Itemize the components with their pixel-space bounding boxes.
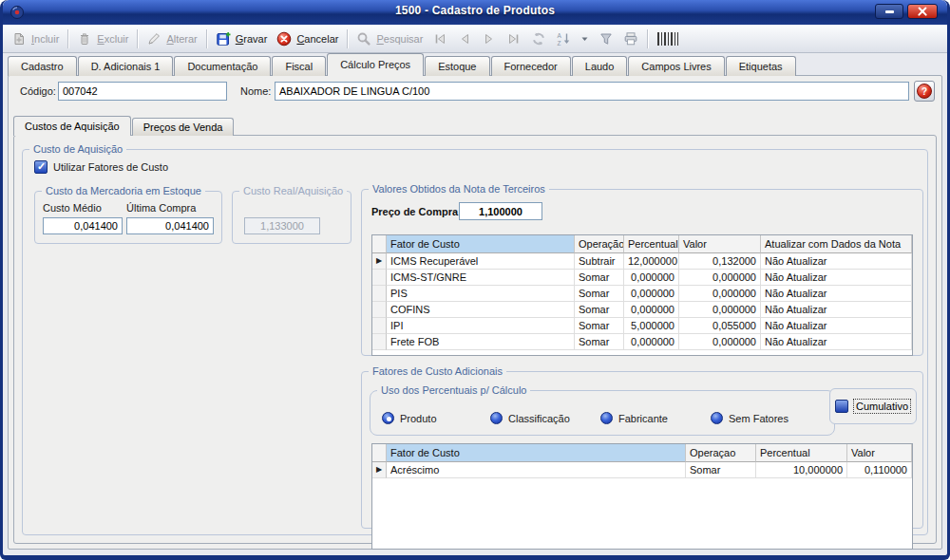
tab-cadastro[interactable]: Cadastro [8, 56, 77, 76]
tab-fiscal[interactable]: Fiscal [272, 56, 326, 76]
codigo-label: Código: [20, 85, 56, 97]
tab-fornecedor[interactable]: Fornecedor [491, 56, 571, 76]
table-row[interactable]: PISSomar0,0000000,000000Não Atualizar [372, 286, 912, 302]
close-button[interactable] [907, 4, 938, 19]
nav-first-icon [432, 31, 447, 47]
row-selector [372, 334, 387, 350]
toolbar-button-caret-down[interactable] [576, 28, 594, 50]
radio-label: Classificação [508, 413, 570, 424]
table-header-row: Fator de CustoOperaçãoPercentualValorAtu… [372, 235, 912, 253]
toolbar-button-alterar[interactable]: Alterar [142, 28, 201, 50]
tab-laudo[interactable]: Laudo [572, 56, 628, 76]
custo-real-input [244, 217, 320, 234]
cell: Somar [686, 462, 756, 478]
window-title: 1500 - Cadastro de Produtos [3, 4, 947, 17]
cell: 0,055000 [679, 318, 761, 334]
group-custo-de-aquisicao-label: Custo de Aquisição [29, 143, 126, 155]
subtab-custos-de-aquisicao[interactable]: Custos de Aquisição [13, 116, 131, 136]
toolbar-button-label: Alterar [166, 33, 197, 45]
cell: Não Atualizar [761, 270, 912, 286]
tab-estoque[interactable]: Estoque [425, 56, 489, 76]
cell: Somar [575, 318, 624, 334]
table-row[interactable]: IPISomar5,0000000,055000Não Atualizar [372, 318, 912, 334]
svg-text:Z: Z [558, 39, 561, 46]
excluir-icon [77, 31, 92, 47]
radio-sem-fatores[interactable]: Sem Fatores [711, 412, 788, 424]
radio-icon [711, 412, 723, 424]
radio-classificacao[interactable]: Classificação [490, 412, 570, 424]
column-header-operacao[interactable]: Operação [575, 235, 624, 253]
row-selector [372, 302, 387, 318]
cell: 0,000000 [679, 270, 761, 286]
column-header-operacao[interactable]: Operaçao [686, 444, 756, 462]
column-header-percentual[interactable]: Percentual [756, 444, 847, 462]
window-client: 1500 - Cadastro de Produtos IncluirExclu… [3, 0, 947, 555]
cell: 10,000000 [756, 462, 847, 478]
table-row[interactable]: ▶ICMS RecuperávelSubtrair12,0000000,1320… [372, 253, 912, 270]
column-header-atualizar-com-dados-da-nota[interactable]: Atualizar com Dados da Nota [761, 235, 912, 253]
toolbar-button-incluir[interactable]: Incluir [7, 28, 64, 50]
cell: Não Atualizar [761, 253, 912, 270]
table-row[interactable]: ICMS-ST/GNRESomar0,0000000,000000Não Atu… [372, 270, 912, 286]
toolbar-button-print[interactable] [618, 28, 643, 50]
radio-label: Sem Fatores [729, 413, 788, 424]
subtab-precos-de-venda[interactable]: Preços de Venda [132, 118, 235, 136]
subtab-page-custos-aquisicao: Custo de Aquisição Utilizar Fatores de C… [13, 135, 937, 544]
cell: Não Atualizar [761, 318, 912, 334]
toolbar-button-filter[interactable] [594, 28, 618, 50]
preco-compra-input[interactable] [459, 202, 542, 220]
toolbar-separator [347, 29, 348, 48]
tab-calculo-precos[interactable]: Cálculo Preços [327, 53, 424, 76]
column-header-percentual[interactable]: Percentual [624, 235, 679, 253]
toolbar-button-sort-az[interactable]: AZ [551, 28, 576, 50]
app-window: 1500 - Cadastro de Produtos IncluirExclu… [0, 0, 950, 560]
toolbar-button-nav-last[interactable] [502, 28, 526, 50]
toolbar-button-nav-prev[interactable] [452, 28, 477, 50]
tab-campos-livres[interactable]: Campos Livres [628, 56, 724, 76]
group-valores-nota-terceiros: Valores Obtidos da Nota de Terceiros Pre… [361, 183, 923, 356]
table-row[interactable]: COFINSSomar0,0000000,000000Não Atualizar [372, 302, 912, 318]
radio-produto[interactable]: Produto [382, 412, 437, 424]
toolbar-button-gravar[interactable]: Gravar [211, 28, 273, 50]
custo-medio-input[interactable] [43, 217, 123, 234]
column-header-valor[interactable]: Valor [679, 235, 761, 253]
subtab-bar: Custos de AquisiçãoPreços de Venda [13, 116, 235, 136]
cell: Somar [575, 334, 624, 350]
cell: 5,000000 [624, 318, 679, 334]
preco-compra-label: Preço de Compra [371, 206, 458, 217]
codigo-input[interactable] [58, 82, 227, 101]
toolbar-button-nav-next[interactable] [477, 28, 502, 50]
ultima-compra-input[interactable] [126, 217, 214, 234]
help-button[interactable]: ? [914, 81, 935, 102]
cumulativo-checkbox[interactable] [835, 400, 848, 413]
column-header-valor[interactable]: Valor [847, 444, 912, 462]
nome-input[interactable] [275, 82, 909, 101]
table-row[interactable]: ▶AcréscimoSomar10,0000000,110000 [372, 462, 912, 478]
tab-documentacao[interactable]: Documentação [174, 56, 271, 76]
custo-medio-label: Custo Médio [43, 202, 102, 214]
table-row[interactable]: Frete FOBSomar0,0000000,000000Não Atuali… [372, 334, 912, 350]
toolbar-button-barcode[interactable] [652, 28, 688, 50]
radio-fabricante[interactable]: Fabricante [600, 412, 668, 424]
cell: 0,000000 [679, 302, 761, 318]
toolbar-button-excluir[interactable]: Excluir [72, 28, 133, 50]
caret-down-icon [580, 31, 589, 47]
toolbar-button-nav-first[interactable] [428, 28, 452, 50]
checkbox-label: Utilizar Fatores de Custo [53, 161, 168, 173]
print-icon [623, 31, 638, 47]
cell: Não Atualizar [761, 302, 912, 318]
toolbar-button-cancelar[interactable]: Cancelar [272, 28, 343, 50]
toolbar-button-refresh[interactable] [526, 28, 551, 50]
group-valores-nota-label: Valores Obtidos da Nota de Terceiros [369, 183, 549, 195]
minimize-button[interactable] [875, 4, 903, 19]
column-header-fator-de-custo[interactable]: Fator de Custo [387, 235, 575, 253]
toolbar-button-pesquisar[interactable]: Pesquisar [352, 28, 428, 50]
cell: Acréscimo [387, 462, 686, 478]
toolbar-button-label: Gravar [236, 33, 268, 45]
row-selector: ▶ [372, 253, 387, 270]
column-header-fator-de-custo[interactable]: Fator de Custo [387, 444, 686, 462]
checkbox-utilizar-fatores[interactable]: Utilizar Fatores de Custo [34, 160, 168, 174]
refresh-icon [531, 31, 546, 47]
tab-d-adicionais-1[interactable]: D. Adicionais 1 [78, 56, 174, 76]
tab-etiquetas[interactable]: Etiquetas [726, 56, 796, 76]
